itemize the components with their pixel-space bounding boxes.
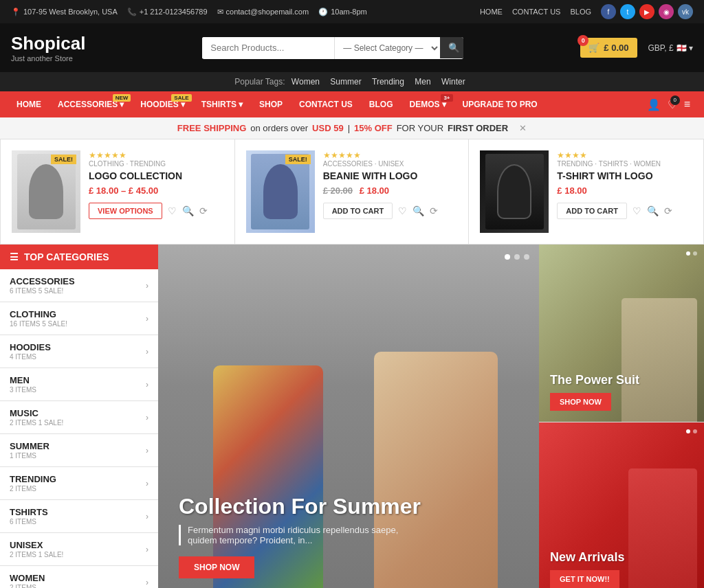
nav-accessories[interactable]: ACCESSORIES ▾ NEW: [50, 91, 132, 117]
search-action-3[interactable]: 🔍: [647, 205, 659, 216]
promo-close-button[interactable]: ✕: [519, 123, 527, 133]
nav-upgrade[interactable]: UPGRADE TO PRO: [454, 91, 546, 117]
cart-button[interactable]: 0 🛒 £ 0.00: [580, 38, 637, 58]
wishlist-action-3[interactable]: ♡: [632, 205, 641, 216]
sidebar-item-clothing[interactable]: CLOTHING 16 ITEMS 5 SALE! ›: [0, 302, 158, 335]
nav-shop[interactable]: SHOP: [251, 91, 291, 117]
banner-dot-2-1[interactable]: [686, 429, 690, 433]
hero-shop-now-button[interactable]: SHOP NOW: [179, 556, 254, 578]
sidebar-item-men[interactable]: MEN 3 ITEMS ›: [0, 368, 158, 401]
sidebar-item-summer[interactable]: SUMMER 1 ITEMS ›: [0, 434, 158, 467]
search-action-1[interactable]: 🔍: [182, 205, 194, 216]
account-icon[interactable]: 👤: [647, 98, 661, 111]
address: 📍 107-95 West Brooklyn, USA: [11, 8, 118, 16]
sidebar-item-music[interactable]: MUSIC 2 ITEMS 1 SALE! ›: [0, 401, 158, 434]
product-stars-3: ★★★★: [557, 150, 692, 160]
product-card-3: ★★★★ TRENDING · TSHIRTS · WOMEN T-SHIRT …: [469, 139, 703, 244]
sidebar-item-unisex[interactable]: UNISEX 2 ITEMS 1 SALE! ›: [0, 533, 158, 566]
nav-contact[interactable]: CONTACT US: [291, 91, 361, 117]
hero-desc: Fermentum magni morbi ridiculus repellen…: [179, 525, 412, 545]
currency-label: GBP, £: [648, 43, 674, 53]
sidebar-item-sub-music: 2 ITEMS 1 SALE!: [10, 419, 63, 427]
banner-dot-2-2[interactable]: [693, 429, 697, 433]
wishlist-badge: 0: [670, 95, 680, 105]
hero-dots: [505, 254, 529, 260]
banner-btn-2[interactable]: GET IT NOW!!: [550, 570, 619, 588]
product-btn-1[interactable]: VIEW OPTIONS: [89, 203, 162, 219]
sidebar-item-trending[interactable]: TRENDING 2 ITEMS ›: [0, 467, 158, 500]
vk-icon[interactable]: vk: [678, 4, 693, 19]
compare-action-1[interactable]: ⟳: [199, 205, 208, 216]
banner-dot-1-1[interactable]: [686, 251, 690, 256]
sidebar-item-tshirts[interactable]: TSHIRTS 6 ITEMS ›: [0, 500, 158, 533]
tag-trending[interactable]: Trending: [372, 77, 404, 87]
banner-dots-2: [686, 429, 697, 433]
topnav-home[interactable]: HOME: [480, 8, 503, 16]
sidebar-item-name-men: MEN: [10, 375, 36, 385]
instagram-icon[interactable]: ◉: [659, 4, 674, 19]
tag-summer[interactable]: Summer: [330, 77, 361, 87]
product-cats-1: CLOTHING · TRENDING: [89, 160, 223, 168]
main-content: ☰ TOP CATEGORIES ACCESSORIES 6 ITEMS 5 S…: [0, 245, 704, 588]
nav-home[interactable]: HOME: [8, 91, 50, 117]
tag-winter[interactable]: Winter: [441, 77, 465, 87]
product-info-3: ★★★★ TRENDING · TSHIRTS · WOMEN T-SHIRT …: [557, 150, 692, 233]
nav-demos[interactable]: DEMOS ▾ 3+: [402, 91, 454, 117]
twitter-icon[interactable]: t: [620, 4, 635, 19]
nav-hoodies[interactable]: HOODIES ▾ SALE: [132, 91, 192, 117]
sidebar-item-sub-clothing: 16 ITEMS 5 SALE!: [10, 320, 67, 328]
sidebar-item-sub-women: 2 ITEMS: [10, 584, 45, 588]
chevron-icon-tshirts: ›: [146, 512, 148, 521]
nav-tshirts[interactable]: TSHIRTS ▾: [193, 91, 251, 117]
menu-icon[interactable]: ≡: [684, 98, 690, 111]
search-input[interactable]: [202, 37, 334, 58]
tagline: Just another Store: [11, 54, 85, 63]
promo-amount: USD 59: [312, 123, 344, 133]
sidebar-item-sub-hoodies: 4 ITEMS: [10, 353, 51, 361]
sidebar-item-accessories[interactable]: ACCESSORIES 6 ITEMS 5 SALE! ›: [0, 269, 158, 302]
sidebar-header: ☰ TOP CATEGORIES: [0, 245, 158, 269]
search-action-2[interactable]: 🔍: [412, 205, 424, 216]
promo-discount: 15% OFF: [354, 123, 393, 133]
promo-separator: |: [348, 123, 350, 133]
main-nav: HOME ACCESSORIES ▾ NEW HOODIES ▾ SALE TS…: [0, 91, 704, 117]
tag-men[interactable]: Men: [415, 77, 430, 87]
product-actions-2: ADD TO CART ♡ 🔍 ⟳: [323, 203, 458, 219]
sidebar-item-name-trending: TRENDING: [10, 474, 56, 484]
nav-blog[interactable]: BLOG: [361, 91, 402, 117]
product-stars-1: ★★★★★: [89, 150, 223, 160]
sidebar-item-women[interactable]: WOMEN 2 ITEMS ›: [0, 566, 158, 588]
sidebar-item-hoodies[interactable]: HOODIES 4 ITEMS ›: [0, 335, 158, 368]
sidebar-item-name-music: MUSIC: [10, 408, 63, 418]
search-button[interactable]: 🔍: [440, 37, 463, 58]
product-card-1: SALE! ★★★★★ CLOTHING · TRENDING LOGO COL…: [1, 139, 235, 244]
topnav-blog[interactable]: BLOG: [570, 8, 591, 16]
banner-btn-1[interactable]: SHOP NOW: [550, 393, 611, 411]
hero-dot-3[interactable]: [524, 254, 529, 260]
youtube-icon[interactable]: ▶: [639, 4, 654, 19]
wishlist-action-2[interactable]: ♡: [398, 205, 407, 216]
hero-dot-1[interactable]: [505, 254, 510, 260]
topnav-contact[interactable]: CONTACT US: [512, 8, 561, 16]
sidebar-item-name-accessories: ACCESSORIES: [10, 276, 75, 286]
wishlist-action-1[interactable]: ♡: [168, 205, 177, 216]
hero-dot-2[interactable]: [514, 254, 520, 260]
currency-selector[interactable]: GBP, £ 🏴󠁧󠁢󠁥󠁮󠁧󠁿 ▾: [648, 43, 693, 53]
product-btn-3[interactable]: ADD TO CART: [557, 203, 627, 219]
sidebar-item-name-unisex: UNISEX: [10, 540, 63, 550]
compare-action-3[interactable]: ⟳: [664, 205, 672, 216]
product-btn-2[interactable]: ADD TO CART: [323, 203, 393, 219]
wishlist-icon[interactable]: ♡ 0: [668, 98, 677, 111]
compare-action-2[interactable]: ⟳: [430, 205, 438, 216]
social-icons: f t ▶ ◉ vk: [601, 4, 693, 19]
chevron-icon-men: ›: [146, 380, 148, 389]
sidebar-item-sub-trending: 2 ITEMS: [10, 485, 56, 493]
tag-women[interactable]: Women: [292, 77, 320, 87]
sidebar-item-name-tshirts: TSHIRTS: [10, 507, 48, 517]
banner-dot-1-2[interactable]: [693, 251, 697, 256]
product-new-price-2: £ 18.00: [360, 185, 389, 196]
banner-card-power-suit: The Power Suit SHOP NOW: [539, 245, 704, 422]
category-select[interactable]: — Select Category —: [334, 37, 440, 59]
promo-text2: on orders over: [250, 123, 308, 133]
facebook-icon[interactable]: f: [601, 4, 616, 19]
